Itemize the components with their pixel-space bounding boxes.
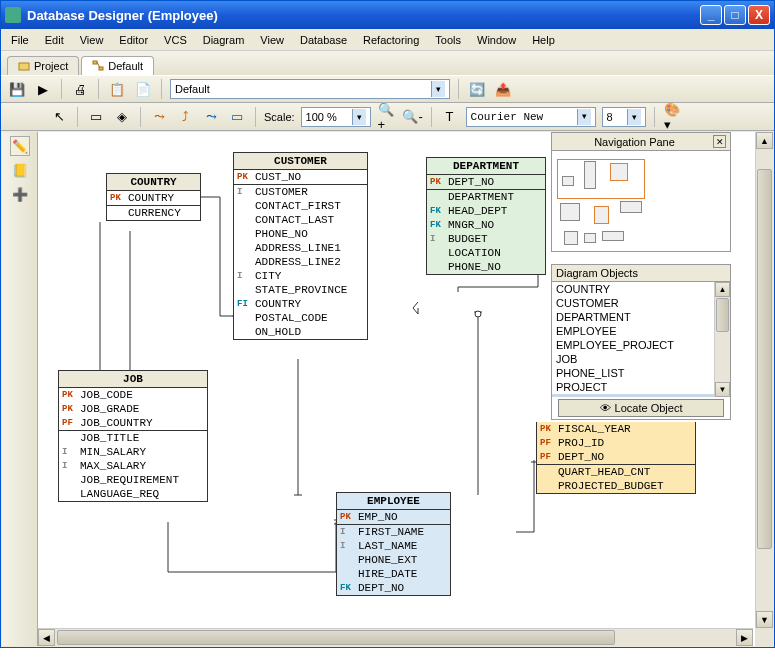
key-indicator <box>430 190 448 204</box>
diagram-objects-list[interactable]: COUNTRYCUSTOMERDEPARTMENTEMPLOYEEEMPLOYE… <box>552 282 714 397</box>
menu-edit[interactable]: Edit <box>41 32 68 48</box>
list-item[interactable]: EMPLOYEE_PROJECT <box>552 338 714 352</box>
list-item[interactable]: PROJ_DEPT_BUDGET <box>552 394 714 397</box>
scale-combo[interactable]: 100 % ▾ <box>301 107 371 127</box>
menu-tools[interactable]: Tools <box>431 32 465 48</box>
zoomout-icon[interactable]: 🔍- <box>403 107 423 127</box>
dropdown-arrow-icon[interactable]: ▾ <box>352 109 366 125</box>
refresh-icon[interactable]: 🔄 <box>467 79 487 99</box>
rel2-icon[interactable]: ⤴ <box>175 107 195 127</box>
fontsize-combo[interactable]: 8 ▾ <box>602 107 646 127</box>
export-icon[interactable]: 📤 <box>493 79 513 99</box>
list-item[interactable]: CUSTOMER <box>552 296 714 310</box>
print-icon[interactable]: 🖨 <box>70 79 90 99</box>
edit-icon[interactable]: ✏️ <box>10 136 30 156</box>
menu-view[interactable]: View <box>76 32 108 48</box>
menu-editor[interactable]: Editor <box>115 32 152 48</box>
close-button[interactable]: X <box>748 5 770 25</box>
list-item[interactable]: PHONE_LIST <box>552 366 714 380</box>
column-name: ADDRESS_LINE1 <box>255 241 341 255</box>
vertical-scrollbar[interactable]: ▲ ▼ <box>755 132 773 628</box>
menu-file[interactable]: File <box>7 32 33 48</box>
list-item[interactable]: EMPLOYEE <box>552 324 714 338</box>
menu-help[interactable]: Help <box>528 32 559 48</box>
newview-icon[interactable]: ◈ <box>112 107 132 127</box>
rel3-icon[interactable]: ⤳ <box>201 107 221 127</box>
save-icon[interactable]: 💾 <box>7 79 27 99</box>
menu-diagram[interactable]: Diagram <box>199 32 249 48</box>
column-name: CONTACT_LAST <box>255 213 334 227</box>
newtable-icon[interactable]: ▭ <box>86 107 106 127</box>
locate-object-button[interactable]: 👁 Locate Object <box>558 399 724 417</box>
tabbar: Project Default <box>1 51 774 75</box>
add-icon[interactable]: ➕ <box>10 184 30 204</box>
entity-job[interactable]: JOB PKJOB_CODEPKJOB_GRADEPFJOB_COUNTRYJO… <box>58 370 208 502</box>
list-item[interactable]: JOB <box>552 352 714 366</box>
list-item[interactable]: DEPARTMENT <box>552 310 714 324</box>
dropdown-arrow-icon[interactable]: ▾ <box>577 109 591 125</box>
pointer-icon[interactable]: ↖ <box>49 107 69 127</box>
schema-combo[interactable]: Default ▾ <box>170 79 450 99</box>
zoomin-icon[interactable]: 🔍+ <box>377 107 397 127</box>
app-icon <box>5 7 21 23</box>
key-indicator: I <box>430 232 448 246</box>
column-name: CONTACT_FIRST <box>255 199 341 213</box>
menu-window[interactable]: Window <box>473 32 520 48</box>
font-icon[interactable]: T <box>440 107 460 127</box>
scroll-up-icon[interactable]: ▲ <box>756 132 773 149</box>
scroll-up-icon[interactable]: ▲ <box>715 282 730 297</box>
scroll-thumb[interactable] <box>57 630 615 645</box>
list-item[interactable]: PROJECT <box>552 380 714 394</box>
entity-customer[interactable]: CUSTOMER PKCUST_NOICUSTOMERCONTACT_FIRST… <box>233 152 368 340</box>
font-combo[interactable]: Courier New ▾ <box>466 107 596 127</box>
diagram-canvas[interactable]: COUNTRY PKCOUNTRYCURRENCY CUSTOMER PKCUS… <box>38 132 753 628</box>
tab-default[interactable]: Default <box>81 56 154 75</box>
scroll-thumb[interactable] <box>716 298 729 332</box>
list-item[interactable]: COUNTRY <box>552 282 714 296</box>
navpane-title: Navigation Pane <box>556 136 713 148</box>
dropdown-arrow-icon[interactable]: ▾ <box>627 109 641 125</box>
key-indicator <box>540 465 558 479</box>
diagram-objects-panel[interactable]: Diagram Objects COUNTRYCUSTOMERDEPARTMEN… <box>551 264 731 420</box>
key-indicator <box>237 255 255 269</box>
tab-project[interactable]: Project <box>7 56 79 75</box>
tab-label: Default <box>108 60 143 72</box>
menu-database[interactable]: Database <box>296 32 351 48</box>
entity-proj-budget[interactable]: PKFISCAL_YEARPFPROJ_IDPFDEPT_NO QUART_HE… <box>536 422 696 494</box>
scroll-left-icon[interactable]: ◀ <box>38 629 55 646</box>
column-name: STATE_PROVINCE <box>255 283 347 297</box>
maximize-button[interactable]: □ <box>724 5 746 25</box>
horizontal-scrollbar[interactable]: ◀ ▶ <box>38 628 753 646</box>
navigation-pane[interactable]: Navigation Pane ✕ <box>551 132 731 252</box>
scroll-thumb[interactable] <box>757 169 772 549</box>
dropdown-arrow-icon[interactable]: ▾ <box>431 81 445 97</box>
menu-vcs[interactable]: VCS <box>160 32 191 48</box>
key-indicator <box>237 227 255 241</box>
menu-view2[interactable]: View <box>256 32 288 48</box>
note-icon[interactable]: ▭ <box>227 107 247 127</box>
window-title: Database Designer (Employee) <box>27 8 698 23</box>
titlebar[interactable]: Database Designer (Employee) _ □ X <box>1 1 774 29</box>
key-indicator: I <box>340 525 358 539</box>
navpane-minimap[interactable] <box>552 151 730 251</box>
scroll-down-icon[interactable]: ▼ <box>756 611 773 628</box>
column-name: MIN_SALARY <box>80 445 146 459</box>
run-icon[interactable]: ▶ <box>33 79 53 99</box>
key-indicator <box>62 431 80 445</box>
objects-scrollbar[interactable]: ▲ ▼ <box>714 282 730 397</box>
locate-label: Locate Object <box>615 402 683 414</box>
scroll-right-icon[interactable]: ▶ <box>736 629 753 646</box>
style-icon[interactable]: 🎨▾ <box>663 107 683 127</box>
navpane-close-icon[interactable]: ✕ <box>713 135 726 148</box>
entity-employee[interactable]: EMPLOYEE PKEMP_NOIFIRST_NAMEILAST_NAMEPH… <box>336 492 451 596</box>
minimize-button[interactable]: _ <box>700 5 722 25</box>
copy-icon[interactable]: 📋 <box>107 79 127 99</box>
entity-country[interactable]: COUNTRY PKCOUNTRYCURRENCY <box>106 173 201 221</box>
column-name: POSTAL_CODE <box>255 311 328 325</box>
scroll-down-icon[interactable]: ▼ <box>715 382 730 397</box>
entity-department[interactable]: DEPARTMENT PKDEPT_NODEPARTMENTFKHEAD_DEP… <box>426 157 546 275</box>
paste-icon[interactable]: 📄 <box>133 79 153 99</box>
table-icon[interactable]: 📒 <box>10 160 30 180</box>
rel1-icon[interactable]: ⤳ <box>149 107 169 127</box>
menu-refactoring[interactable]: Refactoring <box>359 32 423 48</box>
